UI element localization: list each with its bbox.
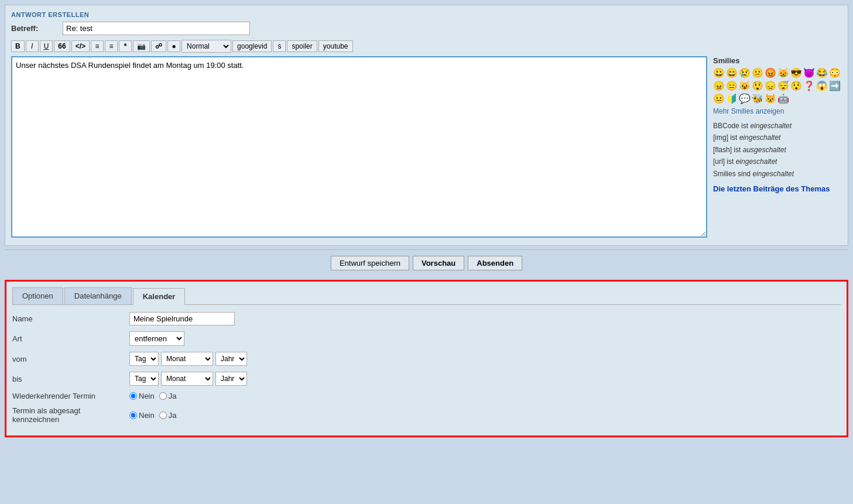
- form-row-art: Art entfernen hinzufügen ändern: [12, 331, 841, 346]
- smiley-10[interactable]: 😳: [829, 67, 841, 79]
- vorschau-button[interactable]: Vorschau: [413, 256, 464, 270]
- smiley-5[interactable]: 😡: [765, 67, 776, 79]
- list-unordered-button[interactable]: ≡: [91, 40, 104, 52]
- reply-panel: ANTWORT ERSTELLEN Betreff: B I U 66 </> …: [5, 5, 848, 246]
- smiley-4[interactable]: 😕: [752, 67, 763, 79]
- betreff-input[interactable]: [63, 22, 250, 35]
- smiley-16[interactable]: 😴: [777, 80, 789, 92]
- color-button[interactable]: ●: [167, 40, 180, 52]
- art-select[interactable]: entfernen hinzufügen ändern: [129, 331, 184, 346]
- wiederkehrend-nein-radio[interactable]: [129, 392, 137, 400]
- strikethrough-button[interactable]: s: [273, 40, 286, 52]
- bold-button[interactable]: B: [11, 40, 25, 52]
- bbcode-info: BBCode ist eingeschaltet [img] ist einge…: [713, 120, 842, 180]
- spoiler-button[interactable]: spoiler: [287, 40, 317, 52]
- abgesagt-nein-radio[interactable]: [129, 412, 137, 419]
- smiley-14[interactable]: 😲: [752, 80, 763, 92]
- abgesagt-ja-radio[interactable]: [159, 412, 167, 419]
- vom-monat-select[interactable]: Monat Januar Februar März April Mai Juni…: [161, 352, 213, 366]
- form-row-name: Name: [12, 312, 841, 325]
- underline-button[interactable]: U: [40, 40, 53, 52]
- smiley-23[interactable]: 💬: [739, 93, 751, 105]
- smiley-11[interactable]: 😠: [713, 80, 725, 92]
- format-select[interactable]: Normal Heading 1 Heading 2 Heading 3: [181, 40, 231, 53]
- bis-tag-select[interactable]: Tag: [129, 372, 159, 386]
- code-button[interactable]: </>: [71, 40, 90, 52]
- tab-kalender[interactable]: Kalender: [133, 288, 186, 305]
- wiederkehrend-ja-label[interactable]: Ja: [159, 392, 177, 400]
- betreff-row: Betreff:: [11, 22, 842, 35]
- smiley-8[interactable]: 😈: [803, 67, 815, 79]
- smiley-15[interactable]: 😞: [765, 80, 776, 92]
- wiederkehrend-ja-text: Ja: [169, 392, 177, 400]
- googlevid-button[interactable]: googlevid: [232, 40, 272, 52]
- smiley-7[interactable]: 😎: [790, 67, 802, 79]
- smilies-status-row: Smilies sind eingeschaltet: [713, 168, 842, 180]
- form-row-vom: vom Tag Monat Januar Februar März April …: [12, 352, 841, 366]
- url-status-row: [url] ist eingeschaltet: [713, 156, 842, 167]
- name-input[interactable]: [129, 312, 235, 325]
- absenden-button[interactable]: Absenden: [468, 256, 522, 270]
- bis-monat-select[interactable]: Monat Januar Februar März April Mai Juni…: [161, 372, 213, 386]
- vom-tag-select[interactable]: Tag: [129, 352, 159, 366]
- smiley-13[interactable]: 😺: [739, 80, 751, 92]
- tab-optionen[interactable]: Optionen: [12, 287, 63, 304]
- vom-label: vom: [12, 355, 129, 364]
- mehr-smilies-link[interactable]: Mehr Smilies anzeigen: [713, 107, 842, 115]
- image-button[interactable]: 📷: [133, 40, 150, 52]
- entwurf-button[interactable]: Entwurf speichern: [331, 256, 409, 270]
- smilies-grid: 😀 😄 😢 😕 😡 😸 😎 😈 😂 😳 😠 😑 😺 😲 😞: [713, 67, 842, 105]
- img-status-row: [img] ist eingeschaltet: [713, 132, 842, 143]
- smiley-26[interactable]: 🤖: [777, 93, 789, 105]
- asterisk-button[interactable]: *: [119, 40, 132, 52]
- smiley-2[interactable]: 😄: [726, 67, 738, 79]
- betreff-label: Betreff:: [11, 24, 58, 33]
- smiley-22[interactable]: 🔰: [726, 93, 738, 105]
- link-button[interactable]: ☍: [151, 40, 166, 52]
- flash-status-row: [flash] ist ausgeschaltet: [713, 144, 842, 156]
- vom-date-group: Tag Monat Januar Februar März April Mai …: [129, 352, 247, 366]
- letzten-link[interactable]: Die letzten Beiträge des Themas: [713, 184, 842, 193]
- bbcode-status-row: BBCode ist eingeschaltet: [713, 120, 842, 132]
- tabs-row: Optionen Dateianhänge Kalender: [12, 287, 841, 305]
- textarea-wrapper: Unser nächstes DSA Rundenspiel findet am…: [11, 56, 707, 239]
- bis-jahr-select[interactable]: Jahr: [215, 372, 247, 386]
- wiederkehrend-nein-text: Nein: [139, 392, 155, 400]
- bis-label: bis: [12, 375, 129, 383]
- list-ordered-button[interactable]: ≡: [105, 40, 118, 52]
- smiley-3[interactable]: 😢: [739, 67, 751, 79]
- abgesagt-nein-label[interactable]: Nein: [129, 411, 155, 420]
- form-row-abgesagt: Termin als abgesagtkennzeichnen Nein Ja: [12, 406, 841, 424]
- wiederkehrend-ja-radio[interactable]: [159, 392, 167, 400]
- art-label: Art: [12, 334, 129, 343]
- smilies-title: Smilies: [713, 56, 842, 65]
- smiley-21[interactable]: 😐: [713, 93, 725, 105]
- options-section: Optionen Dateianhänge Kalender Name Art …: [5, 280, 848, 437]
- smilies-panel: Smilies 😀 😄 😢 😕 😡 😸 😎 😈 😂 😳 😠 😑: [713, 56, 842, 239]
- smiley-9[interactable]: 😂: [816, 67, 828, 79]
- smiley-24[interactable]: 🐝: [752, 93, 763, 105]
- smiley-12[interactable]: 😑: [726, 80, 738, 92]
- tab-dateianhanges[interactable]: Dateianhänge: [64, 287, 132, 304]
- abgesagt-ja-label[interactable]: Ja: [159, 411, 177, 420]
- abgesagt-nein-text: Nein: [139, 411, 155, 420]
- smiley-25[interactable]: 😾: [765, 93, 776, 105]
- form-row-wiederkehrend: Wiederkehrender Termin Nein Ja: [12, 392, 841, 400]
- smiley-1[interactable]: 😀: [713, 67, 725, 79]
- youtube-button[interactable]: youtube: [318, 40, 353, 52]
- wiederkehrend-nein-label[interactable]: Nein: [129, 392, 155, 400]
- message-textarea[interactable]: Unser nächstes DSA Rundenspiel findet am…: [11, 56, 707, 238]
- vom-jahr-select[interactable]: Jahr: [215, 352, 247, 366]
- italic-button[interactable]: I: [26, 40, 39, 52]
- smiley-18[interactable]: ❓: [803, 80, 815, 92]
- smiley-19[interactable]: 😱: [816, 80, 828, 92]
- action-bar: Entwurf speichern Vorschau Absenden: [5, 249, 848, 276]
- smiley-6[interactable]: 😸: [777, 67, 789, 79]
- smiley-17[interactable]: 😯: [790, 80, 802, 92]
- section-title: ANTWORT ERSTELLEN: [11, 11, 842, 18]
- form-row-bis: bis Tag Monat Januar Februar März April …: [12, 372, 841, 386]
- abgesagt-ja-text: Ja: [169, 411, 177, 420]
- smiley-20[interactable]: ➡️: [829, 80, 841, 92]
- quote-button[interactable]: 66: [54, 40, 70, 52]
- editor-area: Unser nächstes DSA Rundenspiel findet am…: [11, 56, 842, 239]
